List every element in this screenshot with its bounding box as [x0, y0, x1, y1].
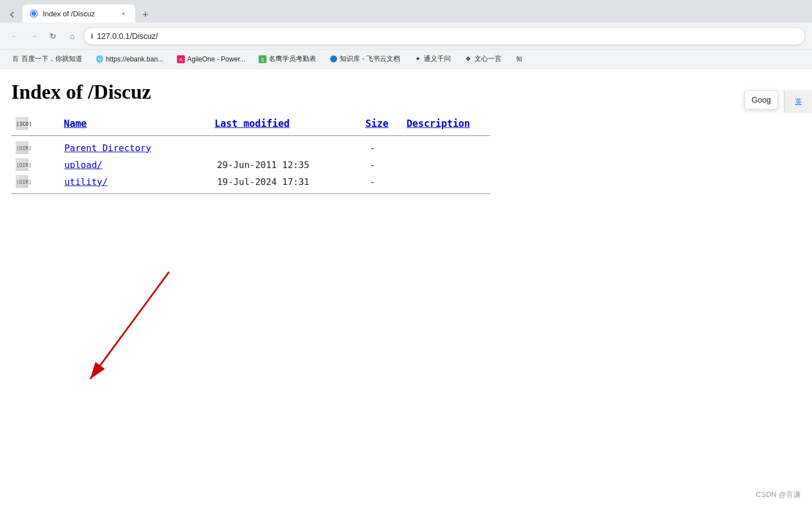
col-size-link[interactable]: Size	[366, 118, 389, 129]
bookmark-zhi[interactable]: 知	[511, 54, 527, 64]
watermark: CSDN @言谦	[756, 490, 801, 500]
bookmark-baidu[interactable]: 百 百度一下，你就知道	[7, 53, 87, 65]
forward-button[interactable]: →	[26, 28, 42, 44]
bookmark-label-tongyi: 通义千问	[424, 54, 451, 64]
row-modified: 29-Jun-2011 12:35	[212, 156, 365, 173]
back-button[interactable]: ←	[7, 28, 23, 44]
col-header-modified: Last modified	[210, 115, 361, 132]
table-bottom-divider	[11, 193, 490, 194]
svg-text:A: A	[179, 57, 183, 63]
bookmark-label-agileone: AgileOne - Power...	[187, 55, 245, 63]
bookmark-favicon-ebank: 🌐	[96, 55, 104, 63]
tab-scroll-left[interactable]	[5, 7, 20, 23]
dir-icon: [DIR]	[16, 158, 28, 171]
row-name: Parent Directory	[60, 139, 212, 156]
row-name: upload/	[60, 156, 212, 173]
google-text: Goog	[752, 95, 771, 104]
bookmark-label-baidu: 百度一下，你就知道	[21, 54, 82, 64]
bookmark-label-ebank: https://ebank.ban...	[106, 55, 163, 63]
row-name: utility/	[60, 173, 212, 190]
table-row: [DIR]utility/19-Jul-2024 17:31-	[11, 173, 490, 190]
col-desc-link[interactable]: Description	[407, 118, 471, 129]
home-button[interactable]: ⌂	[64, 28, 80, 44]
row-description	[407, 139, 490, 156]
bookmarks-bar: 百 百度一下，你就知道 🌐 https://ebank.ban... A Agi…	[0, 50, 812, 69]
tab-title: Index of /Discuz	[43, 10, 114, 18]
bookmark-agileone[interactable]: A AgileOne - Power...	[172, 54, 250, 64]
row-description	[407, 156, 490, 173]
arrow-annotation	[68, 266, 192, 426]
lang-switcher[interactable]: 英	[793, 95, 804, 109]
dir-icon: [DIR]	[16, 175, 28, 188]
col-modified-link[interactable]: Last modified	[215, 118, 290, 129]
page-content: Index of /Discuz [ICO] Name Last modifie…	[0, 69, 812, 511]
active-tab[interactable]: Index of /Discuz ×	[23, 5, 135, 23]
bookmark-favicon-agileone: A	[177, 55, 185, 63]
tab-close-button[interactable]: ×	[118, 8, 128, 19]
bookmark-wenxin[interactable]: ❖ 文心一言	[460, 53, 506, 65]
bookmark-minying[interactable]: S 名鹰学员考勤表	[254, 53, 321, 65]
row-size: -	[365, 156, 407, 173]
google-dropdown: Goog	[744, 90, 778, 109]
row-name-link[interactable]: upload/	[64, 160, 102, 170]
directory-entries: [DIR]Parent Directory-[DIR]upload/29-Jun…	[11, 139, 490, 190]
row-name-link[interactable]: utility/	[64, 177, 108, 187]
bookmark-ebank[interactable]: 🌐 https://ebank.ban...	[91, 54, 168, 64]
bookmark-label-feishu: 知识库 - 飞书云文档	[340, 54, 400, 64]
row-ico: [DIR]	[11, 139, 60, 156]
table-row: [DIR]upload/29-Jun-2011 12:35-	[11, 156, 490, 173]
new-tab-button[interactable]: +	[137, 7, 153, 23]
bookmark-favicon-zhi: 知	[515, 55, 523, 63]
page-title: Index of /Discuz	[11, 80, 801, 104]
tab-favicon	[29, 9, 38, 18]
svg-line-7	[90, 272, 169, 379]
col-header-name: Name	[59, 115, 210, 132]
row-description	[407, 173, 490, 190]
url-text: 127.0.0.1/Discuz/	[97, 32, 798, 41]
row-modified	[212, 139, 365, 156]
svg-text:S: S	[261, 57, 264, 63]
dir-icon: [DIR]	[16, 142, 28, 154]
row-size: -	[365, 173, 407, 190]
row-ico: [DIR]	[11, 173, 60, 190]
address-input[interactable]: ℹ 127.0.0.1/Discuz/	[83, 27, 805, 45]
address-bar: ← → ↻ ⌂ ℹ 127.0.0.1/Discuz/	[0, 23, 812, 50]
row-name-link[interactable]: Parent Directory	[64, 143, 151, 153]
bookmark-favicon-baidu: 百	[11, 55, 19, 63]
col-header-description: Description	[402, 115, 491, 132]
bookmark-label-wenxin: 文心一言	[474, 54, 502, 64]
col-header-ico: [ICO]	[11, 115, 59, 132]
bookmark-favicon-minying: S	[259, 55, 267, 63]
directory-table: [ICO] Name Last modified Size Descriptio…	[11, 115, 490, 132]
table-top-divider	[11, 135, 490, 136]
col-header-size: Size	[361, 115, 402, 132]
bookmark-favicon-wenxin: ❖	[464, 55, 472, 63]
ico-image: [ICO]	[16, 117, 28, 130]
bookmark-feishu[interactable]: 🔵 知识库 - 飞书云文档	[325, 53, 405, 65]
row-size: -	[365, 139, 407, 156]
table-row: [DIR]Parent Directory-	[11, 139, 490, 156]
bookmark-tongyi[interactable]: ✦ 通义千问	[409, 53, 455, 65]
col-name-link[interactable]: Name	[64, 118, 87, 129]
row-modified: 19-Jul-2024 17:31	[212, 173, 365, 190]
row-ico: [DIR]	[11, 156, 60, 173]
bookmark-favicon-tongyi: ✦	[414, 55, 421, 63]
right-sidebar: 英	[784, 90, 812, 113]
bookmark-favicon-feishu: 🔵	[330, 55, 338, 63]
security-icon: ℹ	[91, 32, 94, 40]
bookmark-label-minying: 名鹰学员考勤表	[269, 54, 316, 64]
reload-button[interactable]: ↻	[45, 28, 61, 44]
